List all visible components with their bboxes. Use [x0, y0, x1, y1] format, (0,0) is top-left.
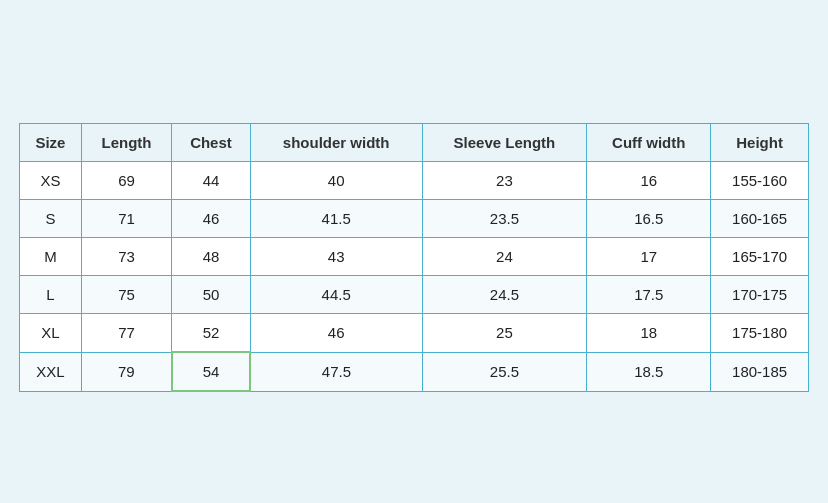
table-cell: L [20, 276, 82, 314]
column-header: Cuff width [587, 124, 711, 162]
table-cell: XL [20, 314, 82, 353]
table-cell: 48 [172, 238, 251, 276]
table-cell: 40 [250, 162, 422, 200]
size-table: SizeLengthChestshoulder widthSleeve Leng… [19, 123, 809, 392]
table-cell: 75 [81, 276, 171, 314]
table-cell: S [20, 200, 82, 238]
table-cell: 25 [422, 314, 587, 353]
table-row: S714641.523.516.5160-165 [20, 200, 809, 238]
table-cell: 175-180 [711, 314, 809, 353]
table-cell: 46 [172, 200, 251, 238]
table-cell: 46 [250, 314, 422, 353]
table-row: XXL795447.525.518.5180-185 [20, 352, 809, 391]
table-cell: 50 [172, 276, 251, 314]
table-cell: 23.5 [422, 200, 587, 238]
table-cell: 16.5 [587, 200, 711, 238]
table-row: L755044.524.517.5170-175 [20, 276, 809, 314]
table-cell: 77 [81, 314, 171, 353]
table-cell: 44.5 [250, 276, 422, 314]
table-cell: 155-160 [711, 162, 809, 200]
table-cell: 54 [172, 352, 251, 391]
table-cell: 47.5 [250, 352, 422, 391]
column-header: Length [81, 124, 171, 162]
table-cell: 73 [81, 238, 171, 276]
table-cell: 41.5 [250, 200, 422, 238]
column-header: Size [20, 124, 82, 162]
table-cell: 24 [422, 238, 587, 276]
table-row: M7348432417165-170 [20, 238, 809, 276]
column-header: shoulder width [250, 124, 422, 162]
table-cell: 23 [422, 162, 587, 200]
table-cell: 17.5 [587, 276, 711, 314]
table-cell: 165-170 [711, 238, 809, 276]
column-header: Sleeve Length [422, 124, 587, 162]
table-cell: 170-175 [711, 276, 809, 314]
table-cell: 44 [172, 162, 251, 200]
table-cell: 17 [587, 238, 711, 276]
table-cell: 24.5 [422, 276, 587, 314]
table-body: XS6944402316155-160S714641.523.516.5160-… [20, 162, 809, 392]
table-cell: 18 [587, 314, 711, 353]
table-cell: 160-165 [711, 200, 809, 238]
table-header-row: SizeLengthChestshoulder widthSleeve Leng… [20, 124, 809, 162]
table-cell: XS [20, 162, 82, 200]
table-cell: 69 [81, 162, 171, 200]
table-cell: 18.5 [587, 352, 711, 391]
table-cell: M [20, 238, 82, 276]
table-row: XL7752462518175-180 [20, 314, 809, 353]
table-cell: 43 [250, 238, 422, 276]
table-cell: 16 [587, 162, 711, 200]
table-row: XS6944402316155-160 [20, 162, 809, 200]
table-cell: 25.5 [422, 352, 587, 391]
main-container: SizeLengthChestshoulder widthSleeve Leng… [9, 101, 819, 402]
table-cell: XXL [20, 352, 82, 391]
column-header: Chest [172, 124, 251, 162]
table-cell: 52 [172, 314, 251, 353]
column-header: Height [711, 124, 809, 162]
table-cell: 71 [81, 200, 171, 238]
table-cell: 79 [81, 352, 171, 391]
table-cell: 180-185 [711, 352, 809, 391]
